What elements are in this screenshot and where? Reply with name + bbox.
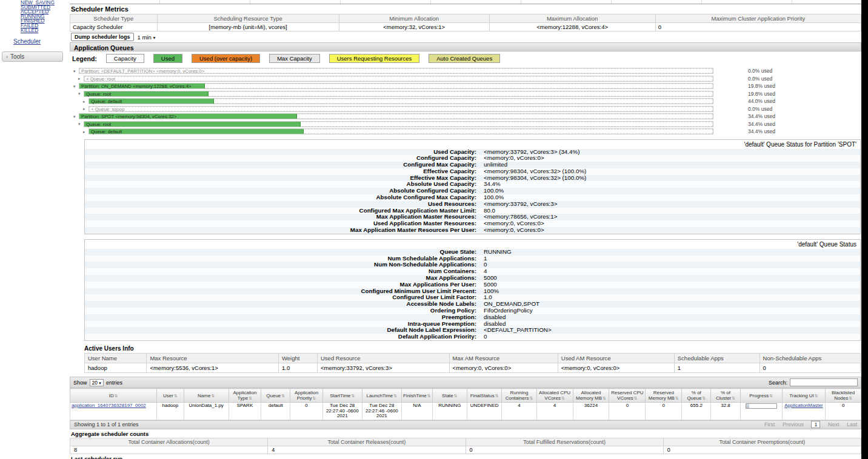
applications-column-header[interactable]: FinalStatus⇅ [467,389,502,403]
applications-column-header[interactable]: Blacklisted Nodes⇅ [826,389,861,403]
application-cell: 655.2 [682,403,711,420]
queue-capacity-bar[interactable]: Queue: root [84,91,713,97]
metrics-column-header: Maximum Cluster Application Priority [655,15,861,23]
queue-status-label: Default Application Priority: [85,334,480,340]
application-id-link[interactable]: application_1640736328197_0002 [72,403,146,408]
queue-status-label: Configured Max Capacity: [85,162,480,168]
applications-column-header[interactable]: Name⇅ [184,389,229,403]
queues-legend: Legend: CapacityUsedUsed (over capacity)… [70,51,861,65]
collapse-icon[interactable]: ▾ [78,91,84,96]
tracking-ui-link[interactable]: ApplicationMaster [784,403,823,408]
queue-status-value: <memory:0, vCores:0> [480,227,544,234]
applications-column-header[interactable]: Queue⇅ [261,389,290,403]
pagination-first[interactable]: First [764,421,775,428]
sidebar: NEW_SAVINGSUBMITTEDACCEPTEDRUNNINGFINISH… [0,0,68,62]
applications-column-header[interactable]: StartTime⇅ [322,389,362,403]
sort-icon: ⇅ [702,396,706,400]
aggregate-value-cell: 0 [466,446,663,454]
sidebar-tools-toggle[interactable]: ›Tools [2,51,63,62]
search-input[interactable] [790,378,858,386]
queue-used-percent: 19.8% used [748,83,775,89]
expand-icon[interactable]: ▸ [78,76,84,81]
active-user-cell: <memory:5536, vCores:1> [147,363,279,373]
applications-table: ID⇅User⇅Name⇅Application Type⇅Queue⇅Appl… [70,388,861,420]
progress-bar [746,403,777,409]
applications-column-header[interactable]: % of Cluster⇅ [711,389,740,403]
applications-column-header[interactable]: Allocated Memory MB⇅ [573,389,609,403]
queue-status-label: Num Non-Schedulable Applications: [85,262,480,268]
progress-fill [746,404,749,408]
application-cell: ApplicationMaster [782,403,826,420]
collapse-icon[interactable]: ▾ [73,114,79,119]
dump-interval-select[interactable]: 1 min ▾ [138,34,156,41]
applications-column-header[interactable]: LaunchTime⇅ [362,389,401,403]
queue-label: Queue: root [86,91,111,97]
application-cell: RUNNING [432,403,467,420]
metrics-column-header: Scheduler Type [70,15,158,23]
sidebar-item-scheduler[interactable]: Scheduler [13,38,41,45]
spot-queue-status-panel: 'default' Queue Status for Partition 'SP… [84,139,861,234]
applications-column-header[interactable]: Allocated CPU VCores⇅ [536,389,573,403]
queue-capacity-bar[interactable]: Partition: <DEFAULT_PARTITION> <memory:0… [79,68,713,74]
chevron-down-icon: ▾ [153,35,155,41]
queue-capacity-bar[interactable]: Queue: root [84,121,713,127]
active-user-cell: 0 [760,363,860,373]
expand-icon[interactable]: ▸ [83,99,88,104]
max-capacity-dashed-outline [84,76,713,81]
applications-column-header[interactable]: State⇅ [432,389,467,403]
expand-icon[interactable]: ▸ [83,106,88,111]
metrics-header-row: Scheduler TypeScheduling Resource TypeMi… [70,15,861,23]
active-users-title: Active Users Info [84,345,861,352]
applications-column-header[interactable]: Progress⇅ [740,389,782,403]
application-cell: 0 [290,403,322,420]
legend-label: Legend: [72,55,97,62]
active-user-row: hadoop<memory:5536, vCores:1>1.0<memory:… [85,363,861,373]
applications-column-header[interactable]: Application Type⇅ [229,389,261,403]
applications-column-header[interactable]: Application Priority⇅ [290,389,322,403]
applications-column-header[interactable]: User⇅ [157,389,184,403]
application-cell: 0 [609,403,646,420]
queue-capacity-bar[interactable]: + Queue: root [84,76,713,82]
queue-capacity-bar[interactable]: + Queue: sqoop [88,106,713,112]
pagination-last[interactable]: Last [847,421,857,428]
queue-label: + Queue: root [86,76,115,82]
sort-icon: ⇅ [815,394,818,398]
queue-capacity-bar[interactable]: Partition: SPOT <memory:98304, vCores:32… [79,113,713,119]
pagination-page-1[interactable]: 1 [811,421,820,428]
applications-column-header[interactable]: Running Containers⇅ [502,389,536,403]
queue-label: + Queue: sqoop [91,107,125,112]
aggregate-column-header: Total Container Preemptions(count) [663,438,861,446]
queue-capacity-bar[interactable]: Queue: default [88,98,713,104]
dump-interval-value: 1 min [138,34,152,41]
dump-scheduler-logs-button[interactable]: Dump scheduler logs [71,33,134,41]
collapse-icon[interactable]: ▾ [73,68,79,74]
default-queue-status-panel: 'default' Queue Status Queue State:RUNNI… [84,239,861,341]
collapse-icon[interactable]: ▾ [78,121,84,127]
sort-icon: ⇅ [603,396,606,400]
applications-column-header[interactable]: % of Queue⇅ [682,389,711,403]
queue-used-percent: 34.4% used [748,121,775,127]
application-cell: 36224 [573,403,609,420]
page-size-select[interactable]: 20 ▾ [90,379,104,386]
main-content: Scheduler Metrics Scheduler TypeScheduli… [70,0,861,459]
pagination-previous[interactable]: Previous [783,421,804,428]
applications-column-header[interactable]: Tracking UI⇅ [782,389,826,403]
active-users-column-header: Non-Schedulable Apps [760,354,860,363]
queue-used-percent: 34.4% used [748,113,775,119]
pagination-next[interactable]: Next [828,421,840,428]
queue-status-label: Ordering Policy: [85,308,480,314]
application-cell: N/A [401,403,432,420]
sidebar-item-killed[interactable]: KILLED [21,28,68,33]
sort-icon: ⇅ [529,396,533,400]
active-user-cell: 1 [674,363,760,373]
applications-column-header[interactable]: ID⇅ [70,389,157,403]
queue-capacity-bar[interactable]: Partition: ON_DEMAND <memory:12288, vCor… [79,83,713,89]
applications-column-header[interactable]: Reserved CPU VCores⇅ [609,389,646,403]
queue-capacity-bar[interactable]: Queue: default [88,128,713,134]
applications-column-header[interactable]: FinishTime⇅ [401,389,432,403]
applications-column-header[interactable]: Reserved Memory MB⇅ [646,389,682,403]
sidebar-app-states: NEW_SAVINGSUBMITTEDACCEPTEDRUNNINGFINISH… [0,0,68,33]
sort-icon: ⇅ [281,394,285,398]
expand-icon[interactable]: ▸ [83,129,88,134]
collapse-icon[interactable]: ▾ [73,84,79,89]
